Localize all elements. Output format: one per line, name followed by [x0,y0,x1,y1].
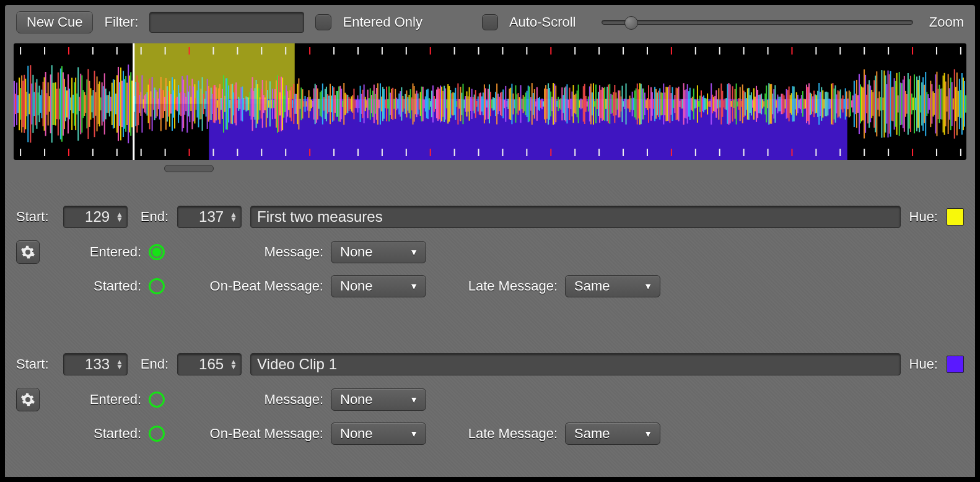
svg-rect-10 [116,47,118,55]
svg-rect-820 [938,85,940,123]
svg-rect-126 [69,89,70,119]
message-dropdown[interactable]: None ▼ [331,241,426,263]
svg-rect-189 [148,85,149,123]
svg-rect-645 [719,100,720,108]
svg-rect-673 [755,97,756,112]
svg-rect-16 [189,47,190,55]
svg-rect-475 [506,101,507,107]
svg-rect-539 [587,102,588,107]
svg-rect-618 [686,89,687,118]
svg-rect-205 [168,91,169,116]
entered-indicator[interactable] [149,392,165,408]
svg-rect-106 [44,77,45,131]
svg-rect-592 [653,99,654,109]
svg-rect-203 [165,78,167,129]
svg-rect-200 [162,90,163,118]
stepper-arrows-icon[interactable]: ▲▼ [230,359,237,369]
start-stepper[interactable]: 129 ▲▼ [63,206,128,228]
svg-rect-115 [55,82,56,126]
svg-rect-790 [901,83,903,125]
svg-rect-695 [782,94,784,114]
svg-rect-582 [641,84,642,124]
entered-only-checkbox[interactable] [315,14,331,30]
on-beat-message-dropdown[interactable]: None ▼ [331,423,426,445]
svg-rect-605 [669,85,670,123]
zoom-slider[interactable] [602,20,912,25]
svg-rect-550 [600,90,602,118]
entered-indicator[interactable] [149,244,165,260]
svg-rect-650 [725,98,727,110]
svg-rect-703 [792,86,794,121]
waveform-display[interactable] [14,43,966,160]
svg-rect-130 [74,82,75,126]
svg-rect-285 [268,100,269,108]
start-stepper[interactable]: 133 ▲▼ [63,353,128,375]
svg-rect-626 [696,100,697,108]
svg-rect-689 [774,85,776,123]
gear-button[interactable] [16,240,40,264]
chevron-down-icon: ▼ [644,281,652,291]
svg-rect-381 [388,87,390,121]
end-stepper[interactable]: 165 ▲▼ [177,353,242,375]
svg-rect-717 [810,93,811,115]
svg-rect-534 [580,99,582,109]
gear-button[interactable] [16,388,40,411]
svg-rect-750 [851,100,852,107]
zoom-slider-thumb[interactable] [624,16,638,30]
svg-rect-396 [407,97,408,111]
svg-rect-678 [761,94,762,114]
hue-swatch[interactable] [947,356,964,373]
auto-scroll-checkbox[interactable] [482,14,498,30]
svg-rect-330 [325,89,326,119]
new-cue-button[interactable]: New Cue [16,11,93,33]
svg-rect-628 [698,101,699,107]
svg-rect-471 [501,92,502,116]
svg-rect-272 [252,77,253,131]
svg-rect-737 [835,85,836,123]
svg-rect-563 [616,99,618,110]
svg-rect-128 [71,78,72,130]
svg-rect-18 [212,47,214,55]
late-message-dropdown[interactable]: Same ▼ [565,423,660,445]
svg-rect-196 [157,92,158,116]
svg-rect-133 [77,67,79,141]
cue-name-input[interactable] [250,206,901,228]
svg-rect-329 [323,97,325,111]
stepper-arrows-icon[interactable]: ▲▼ [116,212,123,222]
svg-rect-824 [944,73,945,135]
waveform-scrollbar-thumb[interactable] [164,165,214,172]
svg-rect-796 [909,79,910,129]
on-beat-message-dropdown[interactable]: None ▼ [331,275,426,297]
svg-rect-482 [515,85,516,123]
svg-rect-193 [153,98,154,110]
svg-rect-375 [381,97,382,112]
svg-rect-487 [522,99,523,109]
filter-input[interactable] [149,12,304,33]
late-message-value: Same [574,426,610,442]
waveform-scrollbar[interactable] [14,161,966,176]
svg-rect-787 [898,95,899,113]
late-message-dropdown[interactable]: Same ▼ [565,275,660,297]
started-indicator[interactable] [149,278,165,294]
svg-rect-621 [689,88,691,120]
svg-rect-365 [369,98,370,110]
svg-rect-355 [356,100,357,108]
svg-rect-770 [876,71,877,136]
svg-rect-543 [592,92,593,115]
started-indicator[interactable] [149,426,165,442]
end-stepper[interactable]: 137 ▲▼ [177,206,242,228]
svg-rect-415 [431,90,432,117]
svg-rect-587 [647,98,648,110]
svg-rect-224 [191,79,193,129]
svg-rect-666 [746,98,747,110]
svg-rect-476 [507,99,509,109]
cue-name-input[interactable] [250,353,901,375]
message-dropdown[interactable]: None ▼ [331,388,426,411]
svg-rect-729 [825,92,826,116]
svg-rect-160 [112,83,113,125]
hue-swatch[interactable] [947,208,964,226]
svg-rect-242 [214,85,216,123]
svg-rect-570 [626,84,627,125]
stepper-arrows-icon[interactable]: ▲▼ [116,359,123,369]
stepper-arrows-icon[interactable]: ▲▼ [230,212,237,222]
